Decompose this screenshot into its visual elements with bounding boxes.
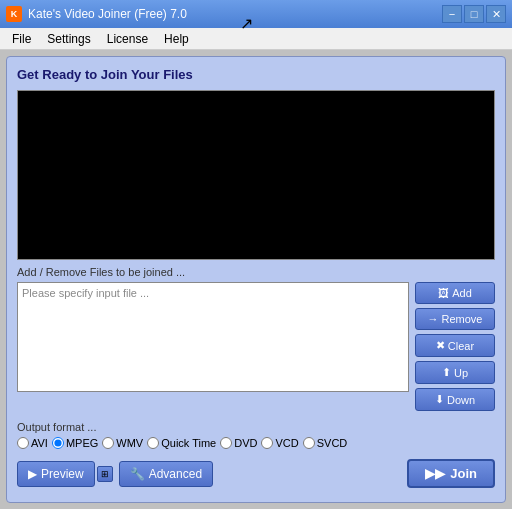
video-preview	[17, 90, 495, 260]
file-listbox[interactable]: Please specify input file ...	[17, 282, 409, 392]
format-dvd[interactable]: DVD	[220, 437, 257, 449]
file-placeholder: Please specify input file ...	[22, 287, 149, 299]
radio-vcd[interactable]	[261, 437, 273, 449]
down-icon: ⬇	[435, 393, 444, 406]
preview-button[interactable]: ▶ Preview	[17, 461, 95, 487]
down-button[interactable]: ⬇ Down	[415, 388, 495, 411]
remove-button[interactable]: → Remove	[415, 308, 495, 330]
output-label: Output format ...	[17, 421, 495, 433]
format-mpeg[interactable]: MPEG	[52, 437, 98, 449]
file-area: Please specify input file ... 🖼 Add → Re…	[17, 282, 495, 411]
remove-icon: →	[428, 313, 439, 325]
file-buttons: 🖼 Add → Remove ✖ Clear ⬆ Up ⬇ Down	[415, 282, 495, 411]
app-icon: K	[6, 6, 22, 22]
menu-license[interactable]: License	[99, 30, 156, 48]
menu-file[interactable]: File	[4, 30, 39, 48]
minimize-button[interactable]: −	[442, 5, 462, 23]
menu-settings[interactable]: Settings	[39, 30, 98, 48]
menu-help[interactable]: Help	[156, 30, 197, 48]
format-wmv[interactable]: WMV	[102, 437, 143, 449]
radio-svcd[interactable]	[303, 437, 315, 449]
preview-extra-icon[interactable]: ⊞	[97, 466, 113, 482]
format-quicktime[interactable]: Quick Time	[147, 437, 216, 449]
title-bar-left: K Kate's Video Joiner (Free) 7.0	[6, 6, 187, 22]
preview-icon: ▶	[28, 467, 37, 481]
radio-quicktime[interactable]	[147, 437, 159, 449]
title-bar: K Kate's Video Joiner (Free) 7.0 − □ ✕	[0, 0, 512, 28]
bottom-bar: ▶ Preview ⊞ 🔧 Advanced ▶▶ Join	[17, 459, 495, 488]
join-button[interactable]: ▶▶ Join	[407, 459, 495, 488]
format-row: AVI MPEG WMV Quick Time DVD VCD SVCD	[17, 437, 495, 449]
radio-wmv[interactable]	[102, 437, 114, 449]
format-svcd[interactable]: SVCD	[303, 437, 348, 449]
format-avi[interactable]: AVI	[17, 437, 48, 449]
clear-button[interactable]: ✖ Clear	[415, 334, 495, 357]
files-label: Add / Remove Files to be joined ...	[17, 266, 495, 278]
window-controls: − □ ✕	[442, 5, 506, 23]
maximize-button[interactable]: □	[464, 5, 484, 23]
add-icon: 🖼	[438, 287, 449, 299]
main-panel: Get Ready to Join Your Files Add / Remov…	[6, 56, 506, 503]
radio-dvd[interactable]	[220, 437, 232, 449]
radio-avi[interactable]	[17, 437, 29, 449]
advanced-icon: 🔧	[130, 467, 145, 481]
join-icon: ▶▶	[425, 466, 445, 481]
close-button[interactable]: ✕	[486, 5, 506, 23]
format-vcd[interactable]: VCD	[261, 437, 298, 449]
app-title: Kate's Video Joiner (Free) 7.0	[28, 7, 187, 21]
radio-mpeg[interactable]	[52, 437, 64, 449]
menu-bar: File Settings License Help	[0, 28, 512, 50]
up-icon: ⬆	[442, 366, 451, 379]
clear-icon: ✖	[436, 339, 445, 352]
up-button[interactable]: ⬆ Up	[415, 361, 495, 384]
advanced-button[interactable]: 🔧 Advanced	[119, 461, 213, 487]
preview-group: ▶ Preview ⊞	[17, 461, 113, 487]
section-title: Get Ready to Join Your Files	[17, 67, 495, 82]
add-button[interactable]: 🖼 Add	[415, 282, 495, 304]
